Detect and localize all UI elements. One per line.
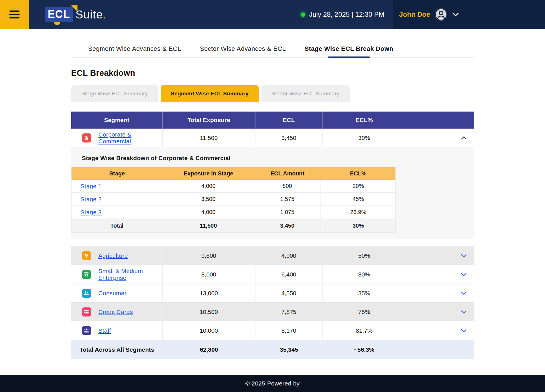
- ecl-cell: 4,550: [255, 284, 323, 302]
- stage-name-cell: Stage 2: [72, 193, 163, 206]
- stage-row: Stage 3 4,000 1,075 26.9%: [72, 206, 395, 219]
- segment-link[interactable]: Corporate & Commercial: [98, 131, 162, 145]
- segment-link[interactable]: Consumer: [98, 290, 127, 297]
- table-row[interactable]: Small & Medium Enterprise 8,000 6,400 80…: [71, 265, 474, 284]
- ecl-pct-cell: 80%: [323, 265, 406, 284]
- ecl-pct-cell: 75%: [323, 303, 406, 321]
- logo-ecl-box: ECL: [45, 7, 73, 22]
- main-content: Segment Wise Advances & ECL Sector Wise …: [71, 29, 474, 359]
- header-total-exposure: Total Exposure: [163, 112, 255, 129]
- tab-segment-wise-advances[interactable]: Segment Wise Advances & ECL: [88, 45, 181, 57]
- table-row[interactable]: Consumer 13,000 4,550 35%: [71, 284, 474, 303]
- hamburger-menu-button[interactable]: [0, 0, 29, 29]
- stage-link[interactable]: Stage 3: [81, 209, 102, 216]
- stage-breakdown-title: Stage Wise Breakdown of Corporate & Comm…: [82, 155, 474, 162]
- hamburger-icon: [9, 11, 20, 18]
- segment-cell: Staff: [71, 321, 163, 340]
- chevron-down-icon: [461, 329, 467, 332]
- stage-exposure-cell: 4,000: [163, 206, 254, 219]
- stage-name-cell: Stage 1: [72, 180, 163, 192]
- stage-breakdown-panel: Stage Wise Breakdown of Corporate & Comm…: [71, 147, 474, 239]
- stage-link[interactable]: Stage 1: [81, 183, 102, 190]
- exposure-cell: 9,800: [163, 246, 255, 265]
- stage-total-label: Total: [72, 219, 163, 232]
- table-row[interactable]: Credit Cards 10,500 7,875 75%: [71, 303, 474, 321]
- corporate-icon: [82, 133, 91, 142]
- exposure-cell: 13,000: [163, 284, 255, 302]
- expand-row-button[interactable]: [406, 246, 474, 265]
- topbar: ECL Suite . July 28, 2025 | 12:30 PM Joh…: [0, 0, 545, 29]
- ecl-cell: 4,900: [255, 246, 323, 265]
- logo-suite-text: Suite: [76, 8, 103, 21]
- stage-ecl-header: ECL Amount: [254, 167, 321, 180]
- user-name: John Doe: [399, 11, 430, 18]
- stage-total-ecl: 3,450: [254, 219, 321, 232]
- stage-pct-header: ECL%: [321, 167, 396, 180]
- table-row[interactable]: Staff 10,000 8,170 81.7%: [71, 321, 474, 340]
- stage-ecl-cell: 800: [254, 180, 321, 192]
- subtab-stage-wise-summary[interactable]: Stage Wise ECL Summary: [71, 85, 158, 102]
- ecl-cell: 3,450: [255, 129, 323, 147]
- status-online-dot: [301, 12, 305, 17]
- user-menu-chevron-down-icon[interactable]: [452, 12, 459, 16]
- subtab-sector-wise-summary[interactable]: Sector Wise ECL Summary: [261, 85, 350, 102]
- ecl-pct-cell: 35%: [323, 284, 406, 302]
- consumer-icon: [82, 289, 91, 298]
- grand-total-pct: ~56.3%: [323, 340, 406, 359]
- segment-link[interactable]: Small & Medium Enterprise: [98, 268, 162, 281]
- table-gap: [71, 239, 474, 246]
- stage-row: Stage 1 4,000 800 20%: [72, 180, 395, 193]
- grand-total-label: Total Across All Segments: [71, 340, 163, 359]
- table-header-row: Segment Total Exposure ECL ECL%: [71, 112, 474, 129]
- header-ecl: ECL: [255, 112, 323, 129]
- avatar-icon[interactable]: [435, 8, 448, 21]
- table-row[interactable]: Corporate & Commercial 11,500 3,450 30%: [71, 129, 474, 147]
- stage-pct-cell: 45%: [321, 193, 396, 206]
- summary-subtabs: Stage Wise ECL Summary Segment Wise ECL …: [71, 85, 474, 102]
- logo-halfcircle-accent: [54, 22, 60, 25]
- exposure-cell: 10,000: [163, 321, 255, 340]
- expand-row-button[interactable]: [406, 265, 474, 284]
- table-row[interactable]: Agriculture 9,800 4,900 50%: [71, 246, 474, 265]
- stage-breakdown-table: Stage Exposure in Stage ECL Amount ECL% …: [71, 167, 396, 233]
- app-logo: ECL Suite .: [45, 0, 106, 29]
- stage-total-pct: 30%: [321, 219, 396, 232]
- footer-text: © 2025 Powered by: [245, 380, 300, 387]
- stage-exposure-cell: 4,000: [163, 180, 254, 192]
- chevron-down-icon: [461, 292, 467, 295]
- grand-total-spacer: [406, 340, 474, 359]
- ecl-cell: 7,875: [255, 303, 323, 321]
- expand-row-button[interactable]: [406, 303, 474, 321]
- header-segment: Segment: [71, 112, 163, 129]
- stage-link[interactable]: Stage 2: [81, 196, 102, 203]
- segment-link[interactable]: Credit Cards: [98, 309, 133, 315]
- collapse-row-button[interactable]: [406, 129, 474, 147]
- segment-link[interactable]: Agriculture: [98, 252, 128, 259]
- stage-name-cell: Stage 3: [72, 206, 163, 219]
- segment-cell: Corporate & Commercial: [71, 129, 163, 147]
- stage-exposure-cell: 3,500: [163, 193, 254, 206]
- subtab-segment-wise-summary[interactable]: Segment Wise ECL Summary: [161, 85, 259, 102]
- header-expand-spacer: [406, 112, 474, 129]
- chevron-up-icon: [461, 136, 467, 140]
- expand-row-button[interactable]: [406, 284, 474, 302]
- user-menu[interactable]: John Doe: [393, 0, 545, 29]
- primary-tabs: Segment Wise Advances & ECL Sector Wise …: [71, 29, 474, 58]
- logo-triangle-accent: [71, 5, 77, 12]
- datetime-display: July 28, 2025 | 12:30 PM: [301, 0, 393, 29]
- segment-cell: Consumer: [71, 284, 163, 302]
- grand-total-exposure: 62,800: [163, 340, 255, 359]
- segment-link[interactable]: Staff: [98, 327, 111, 334]
- ecl-cell: 6,400: [255, 265, 323, 284]
- expand-row-button[interactable]: [406, 321, 474, 340]
- footer: © 2025 Powered by: [0, 375, 545, 392]
- ecl-pct-cell: 50%: [323, 246, 406, 265]
- tab-sector-wise-advances[interactable]: Sector Wise Advances & ECL: [200, 45, 286, 57]
- staff-icon: [82, 326, 91, 335]
- tab-stage-wise-ecl-breakdown[interactable]: Stage Wise ECL Break Down: [305, 45, 393, 57]
- segment-cell: Agriculture: [71, 246, 163, 265]
- ecl-cell: 8,170: [255, 321, 323, 340]
- exposure-cell: 8,000: [163, 265, 255, 284]
- chevron-down-icon: [461, 273, 467, 276]
- stage-pct-cell: 26.9%: [321, 206, 396, 219]
